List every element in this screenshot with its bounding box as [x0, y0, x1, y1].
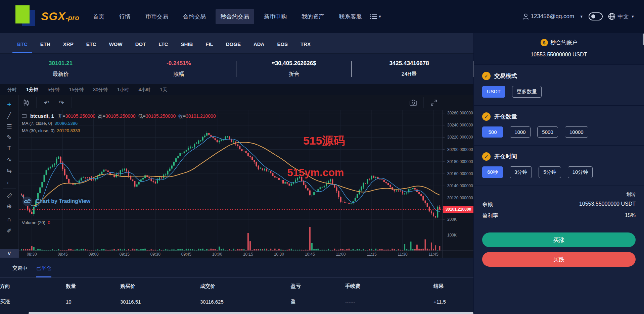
timeframe-5分钟[interactable]: 5分钟 [44, 86, 64, 94]
stat-value: 3425.43416678 [352, 60, 467, 67]
coin-tab-shib[interactable]: SHIB [176, 41, 197, 53]
coin-tab-ada[interactable]: ADA [249, 41, 269, 53]
section-title: 开仓数量 [494, 113, 517, 120]
option-开仓数量-500[interactable]: 500 [482, 126, 503, 138]
collapse-toolbar-icon[interactable]: ∨ [0, 249, 19, 258]
nav-item-6[interactable]: 我的资产 [296, 9, 329, 24]
market-column: BTCETHXRPETCWOWDOTLTCSHIBFILDOGEADAEOSTR… [0, 33, 473, 314]
chart-toolbar: ↶ ↷ [19, 95, 473, 110]
coin-tab-doge[interactable]: DOGE [221, 41, 245, 53]
coin-tab-eos[interactable]: EOS [272, 41, 292, 53]
ohlc-legend: btcusdt, 1 开=30105.250000 高=30105.250000… [22, 113, 216, 119]
svg-text:09:15: 09:15 [120, 252, 130, 257]
fib-retracement-icon[interactable]: ☰ [3, 121, 16, 132]
undo-button[interactable]: ↶ [39, 97, 54, 108]
coin-tab-eth[interactable]: ETH [36, 41, 55, 53]
candlestick-chart[interactable]: 30260.00000030240.00000030220.0000003020… [19, 110, 473, 258]
more-menu-button[interactable]: ▼ [367, 10, 385, 23]
user-email: 123456@qq.com [531, 13, 574, 20]
option-开仓时间-60秒[interactable]: 60秒 [482, 166, 503, 178]
brand-logo[interactable]: SGX-pro [15, 5, 79, 28]
coin-tab-xrp[interactable]: XRP [58, 41, 78, 53]
buy-up-button[interactable]: 买涨 [482, 232, 636, 247]
back-arrow-icon[interactable]: ← [3, 176, 16, 187]
option-开仓数量-5000[interactable]: 5000 [537, 126, 558, 138]
nav-item-0[interactable]: 首页 [88, 9, 109, 24]
nav-item-5[interactable]: 新币申购 [259, 9, 292, 24]
legend-collapse-icon[interactable] [22, 114, 27, 118]
nav-item-7[interactable]: 联系客服 [334, 9, 367, 24]
profit-rate-value: 15% [625, 212, 636, 219]
zoom-in-icon[interactable]: ⊕ [3, 201, 16, 212]
timeframe-15分钟[interactable]: 15分钟 [65, 86, 88, 94]
coin-tab-etc[interactable]: ETC [82, 41, 101, 53]
horizontal-scrollbar[interactable] [29, 312, 473, 314]
position-tool-icon[interactable]: ⇆ [3, 165, 16, 176]
positions-tab-已平仓[interactable]: 已平仓 [36, 265, 51, 277]
crosshair-icon[interactable]: + [3, 99, 16, 110]
timeframe-4小时[interactable]: 4小时 [135, 86, 155, 94]
positions-tab-交易中[interactable]: 交易中 [12, 265, 28, 277]
xabcd-pattern-icon[interactable]: ∿ [3, 154, 16, 165]
option-开仓时间-3分钟[interactable]: 3分钟 [510, 166, 532, 178]
ma7-legend: MA (7, close, 0) 30096.5386 [22, 121, 78, 126]
navbar-right: 123456@qq.com ▼ 中文 ▼ [523, 12, 635, 20]
col-header-4: 盈亏 [291, 278, 345, 294]
ruler-icon[interactable]: ▭ [3, 190, 16, 201]
tradingview-attribution[interactable]: Chart by TradingView [22, 196, 90, 206]
timeframe-1小时[interactable]: 1小时 [113, 86, 133, 94]
timeframe-分时[interactable]: 分时 [3, 86, 21, 94]
timeframe-1分钟[interactable]: 1分钟 [22, 86, 42, 94]
panel-section-2: ✓ 开仓时间 60秒3分钟5分钟10分钟 [474, 146, 644, 186]
volume-legend: Volume (20) 0 [22, 220, 50, 225]
screenshot-button[interactable] [406, 97, 421, 108]
nav-item-1[interactable]: 行情 [114, 9, 136, 24]
option-交易模式-USDT[interactable]: USDT [482, 86, 505, 98]
main-menu: 首页行情币币交易合约交易秒合约交易新币申购我的资产联系客服 [88, 9, 367, 24]
option-开仓数量-1000[interactable]: 1000 [510, 126, 531, 138]
option-开仓时间-5分钟[interactable]: 5分钟 [539, 166, 561, 178]
user-account-menu[interactable]: 123456@qq.com [523, 13, 574, 20]
coin-tab-wow[interactable]: WOW [104, 41, 127, 53]
redo-button[interactable]: ↷ [54, 97, 69, 108]
coin-tab-fil[interactable]: FIL [201, 41, 218, 53]
svg-text:09:00: 09:00 [89, 252, 99, 257]
nav-item-3[interactable]: 合约交易 [178, 9, 211, 24]
theme-toggle[interactable] [589, 12, 603, 20]
fullscreen-icon [430, 99, 437, 106]
brand-text: SGX-pro [41, 10, 79, 23]
draw-lock-icon[interactable]: ✐ [3, 225, 16, 236]
nav-item-4[interactable]: 秒合约交易 [216, 9, 254, 24]
account-balance: 10553.55000000 USDT [474, 52, 644, 58]
fullscreen-button[interactable] [426, 97, 441, 108]
option-开仓时间-10分钟[interactable]: 10分钟 [568, 166, 593, 178]
timeframe-30分钟[interactable]: 30分钟 [89, 86, 112, 94]
stat-1: -0.2451% 涨幅 [121, 60, 236, 78]
text-icon[interactable]: T [3, 143, 16, 154]
coin-tab-btc[interactable]: BTC [12, 41, 32, 53]
vertical-scrollbar[interactable] [643, 34, 644, 45]
magnet-icon[interactable]: ∩ [3, 214, 16, 225]
ma30-legend: MA (30, close, 0) 30120.8333 [22, 128, 80, 133]
col-header-1: 数量 [66, 278, 120, 294]
transfer-link[interactable]: 划转 [482, 192, 636, 198]
language-selector[interactable]: 中文 ▼ [608, 13, 635, 20]
trendline-icon[interactable]: ╱ [3, 110, 16, 121]
option-开仓数量-10000[interactable]: 10000 [565, 126, 588, 138]
account-coin-icon: $ [541, 39, 548, 46]
balance-label: 余额 [482, 201, 493, 208]
timeframe-1天[interactable]: 1天 [156, 86, 171, 94]
chevron-down-icon[interactable]: ▼ [580, 14, 583, 18]
option-交易模式-更多数量[interactable]: 更多数量 [512, 86, 542, 98]
buy-down-button[interactable]: 买跌 [482, 252, 636, 267]
symbol-label: btcusdt, 1 [30, 113, 54, 119]
nav-item-2[interactable]: 币币交易 [140, 9, 173, 24]
coin-tab-ltc[interactable]: LTC [154, 41, 173, 53]
coin-tab-trx[interactable]: TRX [296, 41, 315, 53]
check-circle-icon: ✓ [482, 72, 491, 80]
cell-result: +11.5 [433, 294, 473, 310]
candle-style-button[interactable] [19, 97, 34, 108]
brush-icon[interactable]: ✎ [3, 132, 16, 143]
coin-tab-dot[interactable]: DOT [131, 41, 151, 53]
svg-text:08:45: 08:45 [58, 252, 68, 257]
